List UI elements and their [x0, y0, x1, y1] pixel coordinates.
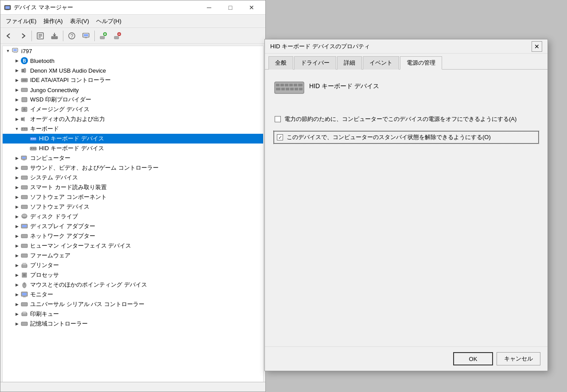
denon-toggle[interactable]: ▶	[13, 67, 20, 74]
hid-toggle[interactable]: ▶	[13, 242, 20, 249]
update-driver-button[interactable]	[48, 29, 61, 43]
tree-item-imaging[interactable]: ▶ イメージング デバイス	[3, 105, 263, 114]
tree-item-processor[interactable]: ▶ プロセッサ	[3, 270, 263, 280]
smartcard-icon	[20, 183, 28, 191]
usb-toggle[interactable]: ▶	[13, 301, 20, 308]
disk-toggle[interactable]: ▶	[13, 213, 20, 220]
tree-root[interactable]: ▼ i797	[3, 46, 263, 56]
print-queue-label: 印刷キュー	[30, 310, 59, 318]
hid-kb1-label: HID キーボード デバイス	[39, 135, 104, 143]
tree-item-wsd[interactable]: ▶ WSD 印刷プロバイダー	[3, 95, 263, 105]
tree-item-keyboard-cat[interactable]: ▼ キーボード	[3, 124, 263, 134]
tab-details[interactable]: 詳細	[337, 56, 362, 70]
computer-button[interactable]	[79, 29, 93, 43]
menu-help[interactable]: ヘルプ(H)	[93, 16, 125, 27]
system-label: システム デバイス	[30, 174, 78, 182]
wakeup-label: このデバイスで、コンピューターのスタンバイ状態を解除できるようにする(O)	[287, 133, 491, 141]
tab-general[interactable]: 全般	[268, 56, 293, 70]
network-toggle[interactable]: ▶	[13, 233, 20, 240]
monitor-label: モニター	[30, 291, 53, 299]
tree-item-computer[interactable]: ▶ コンピューター	[3, 153, 263, 163]
tree-item-jungo[interactable]: ▶ Jungo Connectivity	[3, 85, 263, 95]
tab-driver[interactable]: ドライバー	[294, 56, 336, 70]
tree-item-usb[interactable]: ▶ ユニバーサル シリアル バス コントローラー	[3, 299, 263, 309]
dialog-close-button[interactable]: ✕	[532, 41, 542, 52]
cancel-button[interactable]: キャンセル	[497, 352, 540, 365]
system-toggle[interactable]: ▶	[13, 174, 20, 181]
ide-toggle[interactable]: ▶	[13, 77, 20, 84]
sw-dev-toggle[interactable]: ▶	[13, 203, 20, 210]
svg-rect-30	[22, 97, 27, 102]
properties-button[interactable]	[34, 29, 47, 43]
tree-item-bluetooth[interactable]: ▶ B Bluetooth	[3, 56, 263, 66]
tree-item-hid-keyboard-1[interactable]: ▶ HID キーボード デバイス	[3, 134, 263, 144]
wakeup-row: このデバイスで、コンピューターのスタンバイ状態を解除できるようにする(O)	[274, 131, 539, 144]
tree-item-print-queue[interactable]: ▶ 印刷キュー	[3, 309, 263, 319]
svg-rect-71	[21, 303, 27, 306]
disk-label: ディスク ドライブ	[30, 213, 78, 221]
tab-events[interactable]: イベント	[363, 56, 399, 70]
minimize-button[interactable]: ─	[199, 0, 219, 15]
help-button[interactable]: ?	[65, 29, 78, 43]
add-driver-button[interactable]	[97, 29, 110, 43]
print-queue-icon	[20, 310, 28, 318]
display-toggle[interactable]: ▶	[13, 223, 20, 230]
tree-item-sw-comp[interactable]: ▶ ソフトウェア コンポーネント	[3, 192, 263, 202]
menu-file[interactable]: ファイル(E)	[2, 16, 40, 27]
processor-toggle[interactable]: ▶	[13, 272, 20, 279]
jungo-toggle[interactable]: ▶	[13, 86, 20, 93]
monitor-toggle[interactable]: ▶	[13, 291, 20, 298]
svg-rect-44	[31, 148, 32, 149]
tree-item-network[interactable]: ▶ ネットワーク アダプター	[3, 231, 263, 241]
computer-toggle[interactable]: ▶	[13, 155, 20, 162]
menu-action[interactable]: 操作(A)	[40, 16, 66, 27]
maximize-button[interactable]: □	[220, 0, 241, 15]
svg-rect-76	[276, 84, 280, 86]
print-queue-toggle[interactable]: ▶	[13, 310, 20, 318]
tab-power-management[interactable]: 電源の管理	[400, 56, 442, 70]
tree-item-storage[interactable]: ▶ 記憶域コントローラー	[3, 319, 263, 329]
tree-item-firmware[interactable]: ▶ ファームウェア	[3, 251, 263, 260]
remove-driver-button[interactable]	[111, 29, 124, 43]
wsd-label: WSD 印刷プロバイダー	[30, 96, 91, 104]
back-button[interactable]	[2, 29, 16, 43]
root-toggle[interactable]: ▼	[4, 47, 12, 54]
wsd-toggle[interactable]: ▶	[13, 96, 20, 103]
wakeup-checkbox[interactable]	[277, 134, 283, 140]
firmware-toggle[interactable]: ▶	[13, 252, 20, 259]
bluetooth-toggle[interactable]: ▶	[13, 57, 20, 64]
save-power-checkbox[interactable]	[275, 116, 281, 122]
tree-item-system[interactable]: ▶ システム デバイス	[3, 173, 263, 182]
tree-item-hid-keyboard-2[interactable]: ▶ HID キーボード デバイス	[3, 144, 263, 153]
tree-item-denon[interactable]: ▶ Denon XM USB Audio Device	[3, 66, 263, 75]
tree-item-sound[interactable]: ▶ サウンド、ビデオ、およびゲーム コントローラー	[3, 163, 263, 173]
sw-comp-toggle[interactable]: ▶	[13, 194, 20, 201]
tree-item-hid[interactable]: ▶ ヒューマン インターフェイス デバイス	[3, 241, 263, 251]
keyboard-cat-toggle[interactable]: ▼	[13, 125, 20, 132]
ok-button[interactable]: OK	[453, 352, 493, 365]
tree-item-disk[interactable]: ▶ ディスク ドライブ	[3, 212, 263, 221]
audio-io-toggle[interactable]: ▶	[13, 116, 20, 123]
tree-item-mouse[interactable]: ▶ マウスとそのほかのポインティング デバイス	[3, 280, 263, 290]
tree-item-display[interactable]: ▶ ディスプレイ アダプター	[3, 221, 263, 231]
printer-toggle[interactable]: ▶	[13, 262, 20, 269]
imaging-toggle[interactable]: ▶	[13, 106, 20, 113]
smartcard-toggle[interactable]: ▶	[13, 184, 20, 191]
mouse-toggle[interactable]: ▶	[13, 281, 20, 288]
tree-item-smartcard[interactable]: ▶ スマート カード読み取り装置	[3, 182, 263, 192]
tree-item-printer[interactable]: ▶ プリンター	[3, 260, 263, 270]
jungo-label: Jungo Connectivity	[30, 87, 79, 93]
forward-button[interactable]	[16, 29, 30, 43]
menu-view[interactable]: 表示(V)	[66, 16, 93, 27]
storage-toggle[interactable]: ▶	[13, 320, 20, 327]
jungo-icon	[20, 86, 28, 94]
sound-toggle[interactable]: ▶	[13, 164, 20, 171]
tree-item-ide[interactable]: ▶ IDE ATA/ATAPI コントローラー	[3, 75, 263, 85]
svg-rect-40	[31, 138, 32, 139]
tree-item-sw-dev[interactable]: ▶ ソフトウェア デバイス	[3, 202, 263, 212]
denon-label: Denon XM USB Audio Device	[30, 67, 106, 74]
tree-item-monitor[interactable]: ▶ モニター	[3, 290, 263, 299]
tree-item-audio-io[interactable]: ▶ オーディオの入力および出力	[3, 114, 263, 124]
close-button[interactable]: ✕	[241, 0, 262, 15]
computer-tree-icon	[20, 154, 28, 162]
